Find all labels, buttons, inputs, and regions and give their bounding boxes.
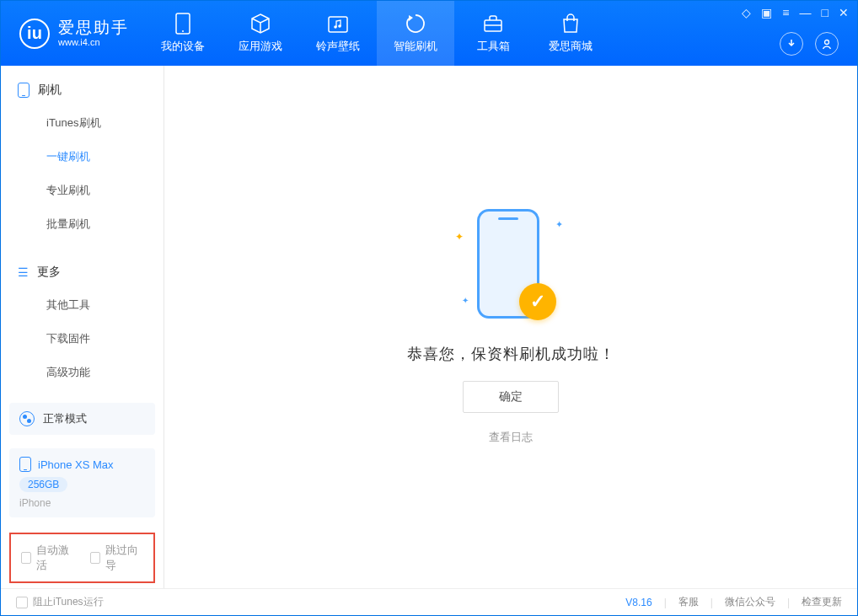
app-title: 爱思助手: [58, 19, 129, 37]
settings-icon[interactable]: ▣: [761, 6, 772, 19]
svg-point-1: [182, 30, 184, 32]
logo[interactable]: iu 爱思助手 www.i4.cn: [1, 19, 144, 49]
download-button[interactable]: [780, 32, 803, 56]
version-label: V8.16: [625, 597, 652, 608]
success-illustration: ✦ ✦ ✦ ✓: [460, 209, 561, 327]
nav-toolbox[interactable]: 工具箱: [454, 1, 532, 66]
footer-update-link[interactable]: 检查更新: [802, 595, 842, 609]
user-button[interactable]: [815, 32, 839, 56]
sidebar-item-oneclick-flash[interactable]: 一键刷机: [1, 140, 164, 174]
checkbox-skip-guide[interactable]: 跳过向导: [90, 543, 144, 573]
window-controls: ◇ ▣ ≡ — □ ✕: [742, 6, 849, 19]
title-bar: iu 爱思助手 www.i4.cn 我的设备 应用游戏 铃声壁纸 智能刷机 工具…: [1, 1, 857, 66]
sidebar: 刷机 iTunes刷机 一键刷机 专业刷机 批量刷机 ☰ 更多 其他工具 下载固…: [1, 66, 164, 588]
ok-button[interactable]: 确定: [463, 381, 559, 413]
cube-icon: [249, 13, 271, 35]
nav-store[interactable]: 爱思商城: [532, 1, 609, 66]
nav-apps[interactable]: 应用游戏: [222, 1, 299, 66]
close-button[interactable]: ✕: [839, 6, 849, 19]
checkbox-block-itunes[interactable]: 阻止iTunes运行: [16, 595, 104, 609]
sidebar-item-other-tools[interactable]: 其他工具: [1, 288, 164, 322]
device-icon: [18, 83, 29, 98]
sidebar-item-advanced[interactable]: 高级功能: [1, 356, 164, 389]
footer-wechat-link[interactable]: 微信公众号: [725, 595, 775, 609]
checkbox-auto-activate[interactable]: 自动激活: [21, 543, 75, 573]
mode-label: 正常模式: [43, 411, 87, 426]
view-log-link[interactable]: 查看日志: [489, 430, 533, 445]
device-card[interactable]: iPhone XS Max 256GB iPhone: [9, 448, 155, 517]
music-folder-icon: [327, 13, 349, 35]
highlighted-checkbox-row: 自动激活 跳过向导: [9, 533, 155, 583]
sidebar-item-download-firmware[interactable]: 下载固件: [1, 322, 164, 356]
svg-point-8: [825, 40, 829, 45]
maximize-button[interactable]: □: [822, 6, 829, 19]
device-phone-icon: [19, 457, 31, 472]
sparkle-icon: ✦: [462, 296, 469, 305]
shirt-icon[interactable]: ◇: [742, 6, 751, 19]
sidebar-section-more[interactable]: ☰ 更多: [1, 254, 164, 288]
mode-card[interactable]: 正常模式: [9, 403, 155, 435]
svg-point-4: [338, 24, 341, 28]
success-message: 恭喜您，保资料刷机成功啦！: [407, 344, 615, 364]
main-nav: 我的设备 应用游戏 铃声壁纸 智能刷机 工具箱 爱思商城: [144, 1, 609, 66]
nav-ringtones[interactable]: 铃声壁纸: [299, 1, 377, 66]
toolbox-icon: [482, 13, 504, 35]
main-content: ✦ ✦ ✦ ✓ 恭喜您，保资料刷机成功啦！ 确定 查看日志: [164, 66, 857, 588]
bag-icon: [560, 13, 582, 35]
sidebar-item-itunes-flash[interactable]: iTunes刷机: [1, 106, 164, 140]
logo-icon: iu: [19, 19, 50, 49]
refresh-shield-icon: [405, 13, 426, 35]
status-bar: 阻止iTunes运行 V8.16 | 客服 | 微信公众号 | 检查更新: [1, 588, 857, 615]
sparkle-icon: ✦: [455, 231, 464, 243]
svg-marker-5: [409, 15, 413, 21]
sidebar-item-pro-flash[interactable]: 专业刷机: [1, 174, 164, 207]
device-capacity: 256GB: [19, 477, 67, 492]
nav-my-device[interactable]: 我的设备: [144, 1, 222, 66]
svg-rect-2: [329, 17, 347, 32]
minimize-button[interactable]: —: [800, 6, 812, 19]
footer-service-link[interactable]: 客服: [678, 595, 699, 609]
sparkle-icon: ✦: [555, 219, 563, 230]
checkmark-badge-icon: ✓: [519, 283, 556, 320]
menu-icon[interactable]: ≡: [782, 6, 789, 19]
sidebar-item-batch-flash[interactable]: 批量刷机: [1, 207, 164, 241]
svg-point-3: [334, 25, 337, 29]
sidebar-section-flash[interactable]: 刷机: [1, 72, 164, 106]
mode-icon: [19, 411, 35, 426]
app-subtitle: www.i4.cn: [58, 37, 129, 47]
device-type: iPhone: [19, 497, 145, 509]
nav-flash[interactable]: 智能刷机: [377, 1, 454, 66]
device-name: iPhone XS Max: [38, 458, 114, 471]
phone-icon: [172, 13, 194, 35]
list-icon: ☰: [18, 265, 29, 279]
